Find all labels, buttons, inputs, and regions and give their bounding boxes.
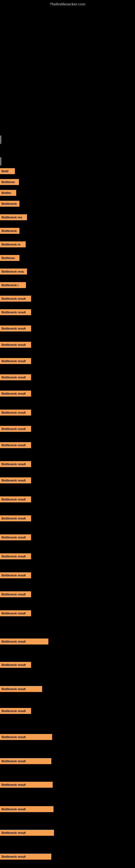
bottleneck-result-item: Bottleneck result: [0, 686, 42, 692]
chart-area: [0, 5, 135, 135]
bottleneck-result-item: Bottleneck result: [0, 326, 31, 332]
bottleneck-result-item: Bottleneck res: [0, 214, 27, 220]
bottleneck-result-item: Bottleneck result: [0, 426, 31, 432]
bottleneck-result-item: Bottleneck result: [0, 374, 31, 380]
bottleneck-result-item: Bottleneck result: [0, 734, 52, 740]
bottleneck-result-item: Bottleneck result: [0, 806, 53, 812]
bottleneck-result-item: Bottl: [0, 168, 15, 174]
bottleneck-result-item: Bottleneck result: [0, 309, 31, 315]
bottleneck-result-item: Bottlenec: [0, 179, 19, 185]
bottleneck-result-item: Bottleneck result: [0, 854, 51, 860]
bottleneck-result-item: Bottlenec: [0, 255, 19, 261]
bottleneck-result-item: Bottleneck result: [0, 639, 48, 645]
bottleneck-result-item: Bottleneck result: [0, 572, 31, 578]
bottleneck-result-item: Bottleneck result: [0, 496, 31, 502]
bottleneck-result-item: Bottleneck result: [0, 534, 31, 540]
bottleneck-result-item: Bottleneck result: [0, 358, 31, 364]
bottleneck-result-item: Bottleneck result: [0, 442, 31, 448]
bottleneck-result-item: Bottleneck result: [0, 758, 51, 764]
bottleneck-result-item: Bottleneck result: [0, 782, 53, 788]
bottleneck-result-item: Bottleneck result: [0, 708, 31, 714]
bottleneck-result-item: Bottleneck result: [0, 461, 31, 467]
bottleneck-result-item: Bottler: [0, 190, 16, 196]
bottleneck-result-item: Bottleneck result: [0, 830, 54, 836]
bottleneck-result-item: Bottleneck result: [0, 477, 31, 484]
bottleneck-result-item: Bottleneck result: [0, 391, 31, 397]
bottleneck-result-item: Bottleneck: [0, 228, 19, 234]
bottleneck-result-item: Bottleneck result: [0, 296, 31, 302]
bottleneck-result-item: Bottleneck r: [0, 282, 26, 288]
bottleneck-result-item: Bottleneck: [0, 201, 19, 207]
bottleneck-result-item: Bottleneck result: [0, 610, 31, 616]
bottleneck-result-item: Bottleneck result: [0, 591, 31, 597]
bottleneck-result-item: Bottleneck result: [0, 553, 31, 559]
bottleneck-result-item: Bottleneck result: [0, 410, 31, 415]
bottleneck-result-item: Bottleneck re: [0, 241, 26, 247]
bottleneck-result-item: Bottleneck result: [0, 662, 31, 668]
bottleneck-result-item: Bottleneck result: [0, 516, 31, 521]
bottleneck-result-item: Bottleneck resu: [0, 269, 27, 275]
bottleneck-result-item: Bottleneck result: [0, 342, 31, 348]
cursor-line-1: [1, 135, 1, 144]
cursor-line-2: [1, 157, 1, 165]
